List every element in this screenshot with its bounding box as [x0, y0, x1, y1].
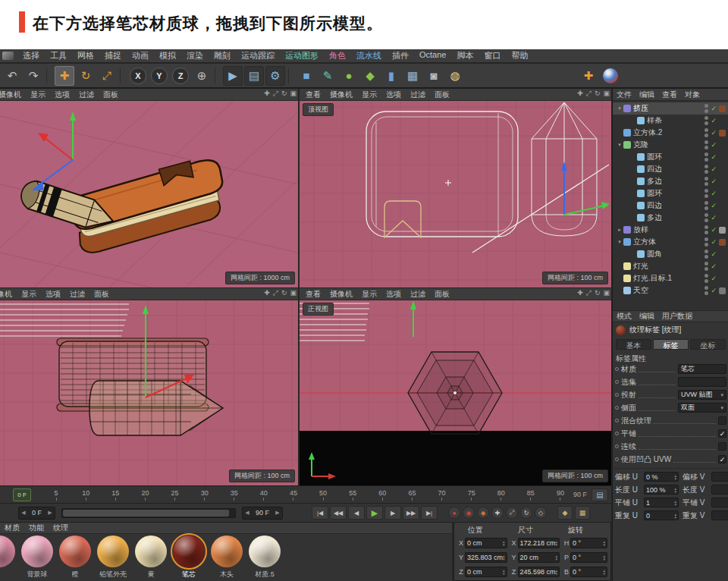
material-chip[interactable]	[719, 166, 726, 173]
key-icon[interactable]: ◆	[557, 506, 573, 520]
material-sphere[interactable]	[211, 535, 243, 567]
spline-pen-menu[interactable]: ✎	[318, 66, 337, 86]
material-sphere[interactable]	[97, 535, 129, 567]
viewport-menu-item[interactable]: 面板	[430, 289, 454, 300]
expand-caret-icon[interactable]: ▾	[616, 105, 623, 111]
object-row[interactable]: 圆角 ✓	[613, 248, 728, 260]
timeline-tick[interactable]: 25	[167, 486, 184, 504]
viewport-menu-item[interactable]: 摄像机	[325, 289, 357, 300]
viewport-menu-item[interactable]: 显示	[26, 90, 50, 100]
menu-item[interactable]: 网格	[72, 49, 99, 63]
object-row[interactable]: 圆环 ✓	[613, 151, 728, 163]
coordinate-input[interactable]: 245.598 cm	[518, 567, 560, 577]
material-item[interactable]: 木头	[208, 535, 246, 579]
material-menu-item[interactable]: 功能	[24, 523, 49, 533]
timeline-tick[interactable]: 55	[344, 486, 361, 504]
visibility-dots[interactable]	[704, 213, 708, 222]
timeline-tick[interactable]: 70	[434, 486, 450, 504]
goto-end-button[interactable]: ▶|	[421, 506, 438, 520]
uv-input-u[interactable]: 100 %	[644, 485, 679, 495]
visibility-dots[interactable]	[704, 152, 708, 162]
material-menu-item[interactable]: 材质	[0, 523, 24, 533]
visibility-dots[interactable]	[704, 237, 708, 247]
attribute-value-field[interactable]: 笔芯	[678, 364, 726, 374]
object-row[interactable]: ▾ 挤压 ✓	[613, 102, 728, 115]
keyframe-dot-icon[interactable]	[615, 419, 619, 422]
render-settings-button[interactable]: ⚙	[265, 66, 285, 86]
material-chip[interactable]	[719, 154, 726, 161]
viewport-menu-item[interactable]: 查看	[301, 90, 325, 100]
record-parameter-button[interactable]: ◇	[535, 507, 547, 519]
viewport-toggle-icon[interactable]: ▣	[603, 90, 610, 98]
material-item[interactable]	[0, 535, 18, 579]
range-end-spinner[interactable]: 90 F	[242, 507, 283, 520]
visibility-dots[interactable]	[704, 250, 708, 259]
enabled-check-icon[interactable]: ✓	[711, 226, 717, 234]
timeline-tick[interactable]: 30	[196, 486, 213, 504]
material-item[interactable]: 笔芯	[170, 535, 208, 579]
visibility-dots[interactable]	[704, 165, 708, 174]
viewport-menu-item[interactable]: 显示	[357, 90, 381, 100]
keyframe-dot-icon[interactable]	[615, 380, 619, 384]
axis-gizmo[interactable]	[410, 300, 416, 337]
menu-item[interactable]: 脚本	[451, 49, 479, 63]
visibility-dots[interactable]	[704, 189, 708, 198]
viewport-menu-item[interactable]: 面板	[99, 90, 123, 100]
spinner-arrows-icon[interactable]	[603, 540, 605, 546]
autokeying-button[interactable]: ◉	[463, 507, 475, 519]
uv-input-v[interactable]	[711, 485, 728, 495]
toolbar-separator[interactable]	[288, 68, 293, 83]
camera-menu[interactable]: ◙	[424, 66, 444, 86]
spinner-arrows-icon[interactable]	[674, 474, 676, 480]
viewport-menu-item[interactable]: 过滤	[65, 289, 89, 300]
fcurve-icon[interactable]: ▦	[575, 506, 590, 520]
timeline-tick[interactable]: 15	[107, 486, 124, 504]
viewport-zoom-icon[interactable]: ⤢	[586, 90, 592, 98]
axis-ball-icon[interactable]	[603, 68, 618, 83]
keyframe-selection-button[interactable]: ◆	[477, 507, 489, 519]
object-row[interactable]: ▸ 放样 ✓	[613, 224, 728, 236]
visibility-dots[interactable]	[704, 225, 708, 234]
undo-icon[interactable]: ↶	[2, 66, 22, 86]
record-position-button[interactable]: ✚	[491, 507, 504, 519]
uv-input-u[interactable]: 1	[644, 498, 679, 507]
viewport-toggle-icon[interactable]: ▣	[290, 289, 297, 297]
x-axis-lock-button[interactable]: X	[130, 68, 146, 84]
spinner-arrows-icon[interactable]	[503, 554, 505, 561]
expand-caret-icon[interactable]: ▾	[616, 239, 623, 245]
spinner-arrows-icon[interactable]	[556, 540, 558, 546]
expand-caret-icon[interactable]: ▸	[616, 227, 623, 233]
environment-menu[interactable]: ▦	[403, 66, 422, 86]
app-logo-icon[interactable]	[2, 52, 14, 60]
goto-start-button[interactable]: |◀	[312, 506, 328, 520]
increment-icon[interactable]	[46, 510, 55, 516]
object-manager-menu-item[interactable]: 编辑	[635, 90, 658, 100]
enabled-check-icon[interactable]: ✓	[711, 117, 717, 124]
visibility-dots[interactable]	[704, 262, 708, 271]
checkbox[interactable]	[718, 416, 726, 425]
viewport-right-side[interactable]: 查看摄像机显示选项过滤面板 ✚⤢↻▣	[0, 288, 298, 485]
viewport-menu-item[interactable]: 摄像机	[0, 90, 26, 100]
material-chip[interactable]	[719, 251, 726, 258]
menu-item[interactable]: 帮助	[506, 49, 533, 63]
next-key-button[interactable]: ▶▶	[403, 506, 419, 520]
timeline-tick[interactable]: 5	[48, 486, 64, 504]
spinner-arrows-icon[interactable]	[603, 569, 605, 575]
material-chip[interactable]	[719, 118, 726, 124]
material-chip[interactable]	[719, 263, 726, 270]
deformer-menu[interactable]: ▮	[381, 66, 401, 86]
visibility-dots[interactable]	[704, 201, 708, 210]
keyframe-dot-icon[interactable]	[615, 393, 619, 397]
enabled-check-icon[interactable]: ✓	[711, 214, 717, 221]
timeline-tick[interactable]: 80	[493, 486, 510, 504]
spinner-arrows-icon[interactable]	[674, 487, 676, 493]
timeline-scrollbar[interactable]	[61, 508, 236, 518]
object-row[interactable]: ▾ 立方体 ✓	[613, 236, 728, 248]
toolbar-separator[interactable]	[46, 68, 52, 83]
book-wireframe-top[interactable]	[366, 111, 518, 237]
material-chip[interactable]	[719, 105, 726, 112]
spinner-arrows-icon[interactable]	[556, 554, 558, 561]
viewport-top[interactable]: 查看摄像机显示选项过滤面板 ✚⤢↻▣ 顶视图	[300, 89, 611, 287]
timeline-tick[interactable]: 10	[77, 486, 94, 504]
range-start-spinner[interactable]: 0 F	[18, 507, 55, 520]
